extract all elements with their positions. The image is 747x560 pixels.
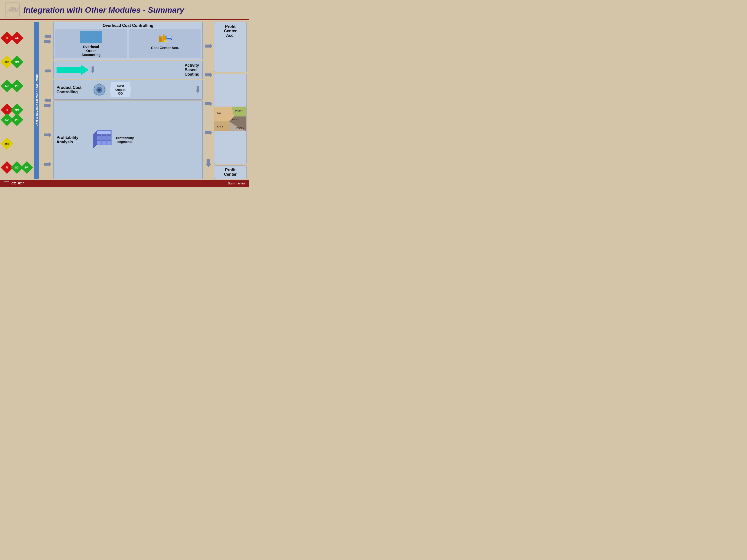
overhead-order-box: OverheadOrderAccounting (55, 29, 127, 58)
right-arrow-5 (44, 162, 51, 166)
overhead-order-icon (80, 31, 102, 43)
svg-rect-19 (99, 83, 100, 86)
arrow-group-pcc (205, 101, 212, 106)
arrow-pair-1 (44, 34, 51, 44)
right-arrow-4 (44, 133, 51, 137)
left-arrow-2 (44, 69, 51, 73)
svg-text:PrCtr 5: PrCtr 5 (236, 127, 244, 129)
footer-icon (4, 182, 9, 185)
svg-rect-10 (168, 39, 169, 40)
badge-row-3: SD PP (2, 81, 32, 90)
svg-rect-5 (164, 34, 165, 36)
svg-rect-11 (169, 39, 170, 40)
arrow-pair-5 (44, 162, 51, 166)
logo-text: 𝒫W (7, 6, 18, 14)
svg-rect-20 (99, 94, 100, 96)
cost-center-label: Cost Center Acc. (151, 46, 179, 50)
right-arrow-pcc (205, 101, 212, 106)
cost-center-icon (158, 31, 172, 45)
pa-row: ProfitabilityAnalysis (53, 101, 203, 179)
badge-pp-3: PP (21, 161, 33, 174)
svg-text:PrCtr 3: PrCtr 3 (216, 126, 223, 128)
badge-aa: AA (11, 32, 23, 45)
svg-text:PrCtr 2: PrCtr 2 (232, 118, 239, 121)
vertical-label: Cost & Revenue Element Accounting (34, 22, 39, 179)
svg-rect-31 (102, 135, 106, 140)
down-arrow-abc (91, 66, 94, 74)
mid-arrows (205, 22, 212, 179)
page-title: Integration with Other Modules - Summary (23, 5, 184, 15)
svg-rect-12 (170, 39, 171, 40)
header: 𝒫W Integration with Other Modules - Summ… (0, 0, 249, 20)
arrow-pair-3 (44, 98, 51, 108)
svg-text:PrCtr: PrCtr (217, 112, 223, 114)
profit-center-map: PrCtr PrCtr 4 PrCtr 2 PrCtr 3 PrCtr 5 (214, 74, 247, 164)
left-arrow-1 (44, 34, 51, 38)
right-arrow-1 (44, 39, 51, 44)
profitability-segments-label: Profitabilitysegments (116, 136, 134, 143)
pa-label: ProfitabilityAnalysis (56, 135, 89, 144)
arrow-pair-4 (44, 133, 51, 137)
badge-row-1: FI AA (2, 34, 32, 43)
cost-center-box: Cost Center Acc. (129, 29, 201, 58)
footer-section: Summaries (228, 182, 245, 185)
svg-rect-34 (102, 140, 106, 145)
badge-row-5: HR (2, 139, 32, 148)
profit-center-acc: ProfitCenterAcc. (214, 22, 247, 72)
left-arrows-col (44, 22, 51, 179)
svg-rect-4 (163, 34, 164, 36)
left-arrow-3 (44, 98, 51, 103)
right-panel: ProfitCenterAcc. PrCtr PrCtr 4 PrCtr 2 P… (214, 22, 247, 179)
badge-pp-1: PP (11, 80, 23, 92)
svg-rect-22 (103, 89, 106, 90)
svg-rect-1 (159, 35, 160, 37)
svg-rect-0 (159, 36, 162, 42)
footer: CO_07.4 Summaries (0, 180, 249, 187)
footer-left: CO_07.4 (4, 182, 24, 185)
pcc-row: Product CostControlling CostObjectCO (53, 80, 203, 100)
badge-hr-2: HR (1, 137, 14, 150)
abc-teal-arrow (56, 65, 89, 75)
badge-mm-1: MM (11, 56, 23, 69)
pcc-label: Product CostControlling (56, 85, 89, 94)
svg-point-15 (163, 40, 166, 41)
logo: 𝒫W (5, 2, 20, 18)
badge-row-6: FI SD PP (2, 163, 32, 172)
pcc-gear-icon (92, 82, 107, 97)
svg-rect-9 (167, 39, 168, 40)
profit-center-map-svg: PrCtr PrCtr 4 PrCtr 2 PrCtr 3 PrCtr 5 (214, 74, 246, 164)
svg-marker-36 (97, 130, 111, 134)
profitability-cube (92, 129, 113, 150)
svg-text:PrCtr 4: PrCtr 4 (235, 109, 243, 112)
svg-rect-33 (97, 140, 101, 145)
svg-rect-35 (107, 140, 111, 145)
arrow-pair-2 (44, 69, 51, 73)
main-content: FI AA HR MM SD PP FI MM SD PP HR FI SD P… (0, 20, 249, 179)
vertical-label-col: Cost & Revenue Element Accounting (34, 22, 42, 179)
badge-row-4: FI MM SD PP (2, 105, 27, 124)
occ-title: Overhead Cost Controlling (55, 23, 201, 28)
right-arrow-occ (205, 44, 212, 49)
badge-row-2: HR MM (2, 57, 32, 66)
occ-section: Overhead Cost Controlling OverheadOrderA… (53, 22, 203, 60)
right-arrow-3 (44, 103, 51, 108)
svg-rect-32 (107, 135, 111, 140)
overhead-order-label: OverheadOrderAccounting (81, 45, 101, 57)
svg-rect-7 (167, 36, 171, 38)
occ-inner: OverheadOrderAccounting (55, 29, 201, 58)
down-arrow-right (205, 159, 211, 167)
svg-point-18 (98, 88, 101, 91)
svg-rect-21 (93, 89, 95, 90)
badge-pp-2: PP (11, 113, 23, 126)
down-arrow-pcc (196, 86, 200, 93)
right-arrow-abc (205, 73, 212, 77)
footer-slide-id: CO_07.4 (11, 182, 24, 185)
cost-object-co: CostObjectCO (110, 82, 131, 97)
left-badges: FI AA HR MM SD PP FI MM SD PP HR FI SD P… (2, 22, 32, 179)
profit-center-bottom: ProfitCenter (214, 165, 247, 179)
abc-label: ActivityBasedCosting (184, 63, 200, 77)
full-diagram: Overhead Cost Controlling OverheadOrderA… (53, 22, 203, 179)
right-arrow-pa (205, 130, 212, 135)
svg-marker-37 (93, 130, 97, 148)
abc-row: ActivityBasedCosting (53, 61, 203, 79)
